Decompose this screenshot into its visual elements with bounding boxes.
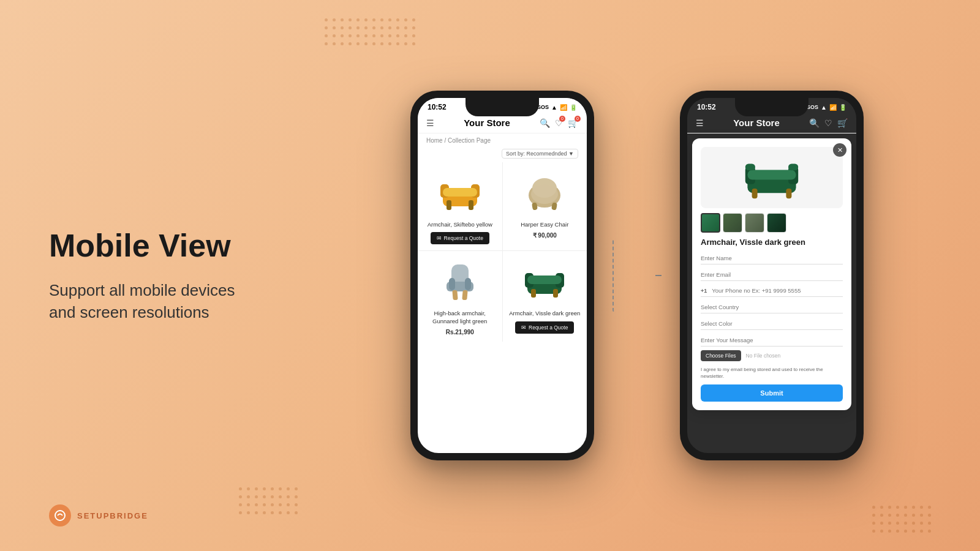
country-code: +1 bbox=[701, 285, 709, 296]
dots-decoration-top bbox=[325, 18, 415, 45]
product-card-4: Armchair, Vissle dark green ✉ Request a … bbox=[503, 251, 587, 342]
product-name-3: High-back armchair, Gunnared light green bbox=[424, 310, 496, 325]
product-name-1: Armchair, Skiftebo yellow bbox=[428, 221, 492, 228]
product-price-3: Rs.21,990 bbox=[446, 329, 474, 335]
phone2-battery-icon: 🔋 bbox=[839, 104, 846, 111]
phone-2-screen: 10:52 SOS ▲ 📶 🔋 ☰ Your Store 🔍 ♡ 🛒 bbox=[687, 98, 856, 453]
product-name-2: Harper Easy Chair bbox=[521, 221, 568, 228]
svg-rect-5 bbox=[469, 200, 473, 210]
svg-rect-22 bbox=[553, 289, 558, 298]
thumb-2[interactable] bbox=[723, 213, 742, 233]
phone1-breadcrumb: Home / Collection Page bbox=[418, 133, 587, 146]
form-file-row: Choose Files No File chosen bbox=[701, 350, 843, 361]
phone1-sort-select[interactable]: Sort by: Recommednded ▼ bbox=[502, 149, 578, 159]
svg-rect-23 bbox=[527, 276, 562, 284]
modal-product-image bbox=[701, 147, 843, 208]
phone1-nav-row: Home / Collection Page Sort by: Recommed… bbox=[418, 133, 587, 162]
svg-rect-31 bbox=[788, 164, 798, 171]
choose-files-button[interactable]: Choose Files bbox=[701, 350, 741, 361]
phone1-product-grid: Armchair, Skiftebo yellow ✉ Request a Qu… bbox=[418, 162, 587, 342]
phone-1: 10:52 SOS ▲ 📶 🔋 ☰ Your Store 🔍 ♡0 🛒0 bbox=[410, 91, 594, 460]
product-img-4 bbox=[509, 257, 581, 306]
form-phone-input[interactable] bbox=[712, 285, 843, 296]
modal-product-name: Armchair, Vissle dark green bbox=[701, 238, 843, 247]
connector-line bbox=[612, 239, 649, 312]
phone-1-notch bbox=[466, 98, 539, 116]
email-icon-1: ✉ bbox=[437, 235, 442, 241]
thumb-3[interactable] bbox=[745, 213, 764, 233]
breadcrumb-text: Home / Collection Page bbox=[426, 137, 491, 144]
modal-close-button[interactable]: ✕ bbox=[833, 143, 846, 157]
phone1-signal-icon: ▲ bbox=[551, 104, 557, 111]
phones-container: 10:52 SOS ▲ 📶 🔋 ☰ Your Store 🔍 ♡0 🛒0 bbox=[294, 78, 980, 473]
phone1-store-header: ☰ Your Store 🔍 ♡0 🛒0 bbox=[418, 114, 587, 133]
product-img-3 bbox=[424, 257, 496, 306]
phone1-store-title: Your Store bbox=[464, 118, 510, 128]
thumb-1[interactable] bbox=[701, 213, 720, 233]
product-card-2: Harper Easy Chair ₹ 90,000 bbox=[503, 162, 587, 250]
dots-decoration-bottom-left bbox=[239, 487, 298, 514]
svg-rect-17 bbox=[465, 278, 471, 290]
phone2-header-icons: 🔍 ♡ 🛒 bbox=[809, 118, 848, 128]
svg-point-0 bbox=[55, 511, 65, 520]
phone1-wishlist-icon[interactable]: ♡0 bbox=[555, 118, 563, 128]
phone1-battery-icon: 🔋 bbox=[570, 104, 577, 111]
product-name-4: Armchair, Vissle dark green bbox=[509, 310, 580, 317]
brand-logo: SETUPBRIDGE bbox=[49, 504, 148, 527]
dots-decoration-bottom-right bbox=[872, 506, 931, 533]
phone2-cart-icon[interactable]: 🛒 bbox=[837, 118, 848, 128]
phone2-wifi-icon: 📶 bbox=[829, 104, 837, 111]
product-modal: ✕ bbox=[692, 138, 851, 410]
chair-yellow-img bbox=[438, 171, 482, 215]
phone1-cart-icon[interactable]: 🛒0 bbox=[568, 118, 578, 128]
consent-text: I agree to my email being stored and use… bbox=[701, 366, 843, 380]
brand-icon bbox=[49, 504, 71, 527]
svg-rect-16 bbox=[449, 278, 455, 290]
phone1-status-icons: SOS ▲ 📶 🔋 bbox=[537, 104, 577, 111]
email-icon-4: ✉ bbox=[521, 324, 526, 331]
chair-green-img bbox=[522, 260, 567, 304]
svg-rect-28 bbox=[786, 189, 791, 198]
phone2-wishlist-icon[interactable]: ♡ bbox=[824, 118, 832, 128]
phone2-search-icon[interactable]: 🔍 bbox=[809, 118, 820, 128]
left-section: Mobile View Support all mobile devicesan… bbox=[0, 191, 294, 361]
product-card-3: High-back armchair, Gunnared light green… bbox=[418, 251, 502, 342]
svg-rect-29 bbox=[747, 170, 796, 179]
svg-rect-6 bbox=[443, 188, 477, 197]
chair-beige-img bbox=[522, 171, 567, 215]
form-color-input[interactable] bbox=[701, 318, 843, 330]
phone1-menu-icon[interactable]: ☰ bbox=[426, 118, 434, 128]
form-message-input[interactable] bbox=[701, 334, 843, 347]
form-phone-row: +1 bbox=[701, 285, 843, 297]
phone1-header-icons: 🔍 ♡0 🛒0 bbox=[540, 118, 578, 128]
product-price-2: ₹ 90,000 bbox=[533, 232, 557, 239]
main-title: Mobile View bbox=[49, 228, 257, 264]
connector-arrow bbox=[655, 275, 662, 276]
phone2-store-title: Your Store bbox=[733, 118, 780, 128]
phone1-wifi-icon: 📶 bbox=[560, 104, 567, 111]
phone1-sort-bar: Sort by: Recommednded ▼ bbox=[418, 146, 587, 162]
thumb-4[interactable] bbox=[767, 213, 786, 233]
phone2-time: 10:52 bbox=[697, 103, 716, 111]
form-name-input[interactable] bbox=[701, 252, 843, 264]
product-quote-btn-4[interactable]: ✉ Request a Quote bbox=[515, 321, 574, 334]
brand-name-text: SETUPBRIDGE bbox=[77, 511, 148, 520]
svg-rect-14 bbox=[452, 290, 458, 301]
svg-rect-27 bbox=[752, 189, 758, 198]
product-quote-btn-1[interactable]: ✉ Request a Quote bbox=[431, 232, 489, 244]
phone2-menu-icon[interactable]: ☰ bbox=[696, 118, 704, 128]
sub-title: Support all mobile devicesand screen res… bbox=[49, 279, 257, 324]
phone1-search-icon[interactable]: 🔍 bbox=[540, 118, 550, 128]
form-email-input[interactable] bbox=[701, 269, 843, 281]
phone2-signal-icon: ▲ bbox=[821, 104, 827, 111]
phone-1-screen: 10:52 SOS ▲ 📶 🔋 ☰ Your Store 🔍 ♡0 🛒0 bbox=[418, 98, 587, 453]
phone1-time: 10:52 bbox=[428, 103, 447, 111]
phone2-status-icons: SOS ▲ 📶 🔋 bbox=[807, 104, 846, 111]
svg-point-11 bbox=[531, 184, 558, 204]
product-img-1 bbox=[424, 168, 496, 217]
submit-button[interactable]: Submit bbox=[701, 384, 843, 402]
svg-rect-30 bbox=[745, 164, 755, 171]
file-label: No File chosen bbox=[746, 353, 781, 359]
form-country-input[interactable] bbox=[701, 301, 843, 313]
svg-rect-21 bbox=[531, 289, 536, 298]
